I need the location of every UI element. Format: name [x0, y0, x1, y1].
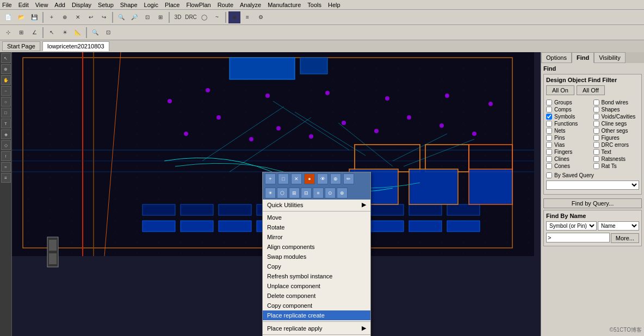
- sb-comp[interactable]: ◈: [1, 129, 11, 139]
- ctx-item-5[interactable]: Swap modules: [263, 252, 370, 262]
- tb-zoom-out[interactable]: 🔎: [128, 11, 140, 23]
- sb-drc[interactable]: !: [1, 151, 11, 161]
- ctx-icon-13[interactable]: ⊙: [325, 188, 336, 198]
- ctx-item-7[interactable]: Refresh symbol instance: [263, 271, 370, 281]
- tb-open[interactable]: 📂: [15, 11, 27, 23]
- main-area: ↖ ⊕ ✋ ~ ○ □ T ◈ ◇ ! ≈ ≡: [0, 52, 644, 336]
- tb-shape[interactable]: ◯: [198, 11, 210, 23]
- tb-redo[interactable]: ↪: [98, 11, 110, 23]
- sb-via[interactable]: ○: [1, 97, 11, 107]
- menu-shape[interactable]: Shape: [120, 2, 138, 8]
- sb-pin[interactable]: ◇: [1, 140, 11, 150]
- menu-tools[interactable]: Tools: [307, 2, 321, 8]
- tab-options[interactable]: Options: [541, 52, 572, 63]
- menu-analyze[interactable]: Analyze: [240, 2, 261, 8]
- sb-net[interactable]: ≈: [1, 162, 11, 172]
- more-button[interactable]: More...: [611, 233, 639, 243]
- ctx-icon-8[interactable]: ☀: [265, 188, 276, 198]
- menu-logic[interactable]: Logic: [144, 2, 158, 8]
- tb2-snap[interactable]: ⊹: [2, 27, 14, 39]
- sb-select[interactable]: ↖: [1, 53, 11, 63]
- tb2-grid[interactable]: ⊞: [15, 27, 27, 39]
- menu-file[interactable]: File: [2, 2, 12, 8]
- ctx-item-6[interactable]: Copy: [263, 262, 370, 271]
- menu-setup[interactable]: Setup: [98, 2, 114, 8]
- ctx-icon-4[interactable]: ●: [304, 173, 315, 184]
- tb-zoom-in[interactable]: 🔍: [115, 11, 127, 23]
- ctx-icon-11[interactable]: ⊟: [301, 188, 312, 198]
- saved-query-select[interactable]: [546, 181, 639, 190]
- menu-place[interactable]: Place: [165, 2, 180, 8]
- menu-help[interactable]: Help: [328, 2, 340, 8]
- ctx-icon-10[interactable]: ⊞: [289, 188, 300, 198]
- tab-visibility[interactable]: Visibility: [594, 52, 626, 63]
- ctx-item-3[interactable]: Mirror: [263, 232, 370, 242]
- tb2-select[interactable]: ↖: [46, 27, 58, 39]
- ctx-item-12[interactable]: Place replicate apply▶: [263, 323, 370, 333]
- ctx-item-10[interactable]: Copy component: [263, 301, 370, 310]
- tb-delete[interactable]: ✕: [72, 11, 84, 23]
- tb2-find[interactable]: 🔍: [89, 27, 101, 39]
- ctx-icon-9[interactable]: ⬡: [277, 188, 288, 198]
- tb-drc[interactable]: DRC: [185, 11, 197, 23]
- tb-color[interactable]: ■: [228, 11, 240, 23]
- tb-undo[interactable]: ↩: [85, 11, 97, 23]
- tb-save[interactable]: 💾: [28, 11, 40, 23]
- tb-new[interactable]: 📄: [2, 11, 14, 23]
- tab-find[interactable]: Find: [572, 52, 594, 63]
- sb-pan[interactable]: ✋: [1, 75, 11, 85]
- ctx-item-11[interactable]: Place replicate create: [263, 310, 370, 320]
- sb-layer[interactable]: ≡: [1, 173, 11, 183]
- ctx-item-2[interactable]: Rotate: [263, 222, 370, 232]
- ctx-item-0[interactable]: Quick Utilities▶: [263, 200, 370, 210]
- ctx-item-4[interactable]: Align components: [263, 242, 370, 252]
- sb-shape[interactable]: □: [1, 108, 11, 117]
- right-panel: Options Find Visibility Find Design Obje…: [541, 52, 644, 336]
- ctx-icon-6[interactable]: ⊕: [330, 173, 341, 184]
- ctx-item-1[interactable]: Move: [263, 213, 370, 222]
- ctx-icon-2[interactable]: □: [278, 173, 289, 184]
- tb-3d[interactable]: 3D: [172, 11, 184, 23]
- ctx-item-8[interactable]: Unplace component: [263, 281, 370, 291]
- tb-add-connect[interactable]: +: [46, 11, 58, 23]
- tab-start-page[interactable]: Start Page: [2, 41, 40, 51]
- all-on-button[interactable]: All On: [546, 85, 574, 95]
- cb-by-saved: By Saved Query: [546, 172, 639, 178]
- cb-cline-segs: Cline segs: [593, 121, 640, 127]
- canvas-area[interactable]: + □ ✕ ● 👁 ⊕ ✏ ☀ ⬡ ⊞ ⊟ ≡ ⊙ ⊗ Quick Utilit…: [12, 52, 541, 336]
- tb2-measure[interactable]: 📐: [72, 27, 84, 39]
- menu-manufacture[interactable]: Manufacture: [268, 2, 301, 8]
- tb2-filter[interactable]: ⊡: [102, 27, 114, 39]
- tb-route[interactable]: ~: [211, 11, 223, 23]
- find-by-query-button[interactable]: Find by Query...: [543, 198, 642, 208]
- menu-display[interactable]: Display: [72, 2, 91, 8]
- ctx-icon-12[interactable]: ≡: [313, 188, 324, 198]
- ctx-icon-3[interactable]: ✕: [291, 173, 302, 184]
- name-select[interactable]: Name: [598, 221, 639, 231]
- ctx-item-9[interactable]: Delete component: [263, 291, 370, 301]
- ctx-icon-7[interactable]: ✏: [343, 173, 354, 184]
- tb-add-via[interactable]: ⊕: [59, 11, 71, 23]
- tb2-highlight[interactable]: ☀: [59, 27, 71, 39]
- menu-view[interactable]: View: [35, 2, 48, 8]
- sb-zoom[interactable]: ⊕: [1, 64, 11, 74]
- menu-add[interactable]: Add: [54, 2, 65, 8]
- symbol-type-select[interactable]: Symbol (or Pin): [546, 221, 597, 231]
- tb-zoom-fit[interactable]: ⊡: [141, 11, 153, 23]
- ctx-icon-1[interactable]: +: [265, 173, 276, 184]
- tb-zoom-sel[interactable]: ⊞: [154, 11, 166, 23]
- find-name-input[interactable]: [546, 233, 610, 242]
- menu-edit[interactable]: Edit: [18, 2, 29, 8]
- tb2-angle[interactable]: ∠: [28, 27, 40, 39]
- menu-route[interactable]: Route: [218, 2, 233, 8]
- menu-flowplan[interactable]: FlowPlan: [186, 2, 210, 8]
- all-off-button[interactable]: All Off: [577, 85, 605, 95]
- sb-route[interactable]: ~: [1, 86, 11, 96]
- tb-layer[interactable]: ≡: [242, 11, 253, 23]
- sb-text[interactable]: T: [1, 119, 11, 128]
- tab-design[interactable]: lowpriceten20210803: [42, 41, 109, 51]
- toolbar-2: ⊹ ⊞ ∠ ↖ ☀ 📐 🔍 ⊡: [0, 25, 644, 40]
- tb-pref[interactable]: ⚙: [255, 11, 267, 23]
- ctx-icon-5[interactable]: 👁: [317, 173, 328, 184]
- ctx-icon-14[interactable]: ⊗: [337, 188, 348, 198]
